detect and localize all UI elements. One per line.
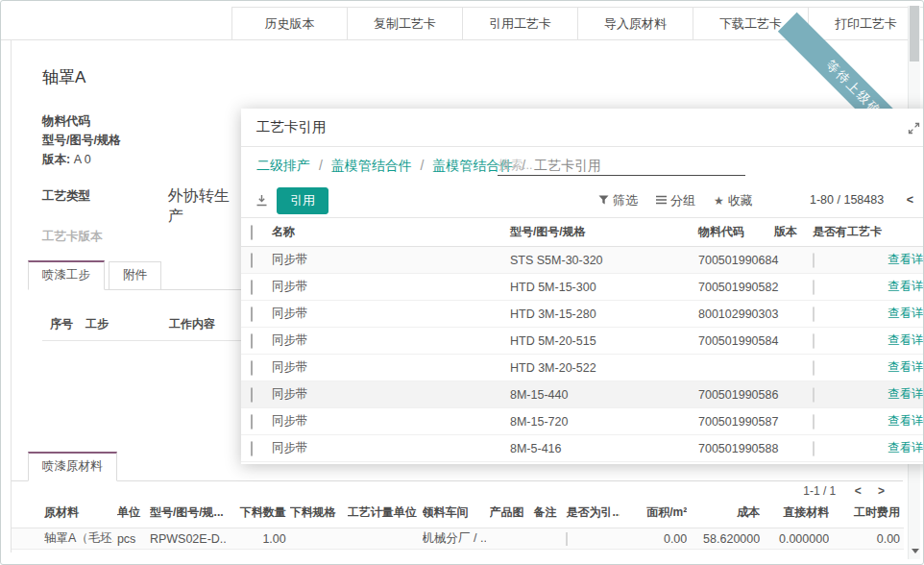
- row-checkbox[interactable]: [251, 253, 253, 268]
- view-detail-link[interactable]: 查看详情: [888, 440, 924, 456]
- breadcrumb-item[interactable]: 盖模管结合件: [331, 158, 412, 173]
- materials-next-page-button[interactable]: >: [878, 484, 885, 498]
- tab-attachments[interactable]: 附件: [109, 261, 161, 289]
- mat-col-note: 备注: [533, 504, 562, 521]
- search-input[interactable]: [498, 155, 745, 176]
- view-detail-link[interactable]: 查看详情: [888, 306, 924, 322]
- group-by-menu[interactable]: 分组: [656, 192, 695, 209]
- reference-button[interactable]: 引用: [277, 187, 328, 214]
- row-checkbox[interactable]: [251, 333, 253, 349]
- has-card-checkbox: [813, 307, 815, 322]
- has-card-checkbox: [813, 414, 815, 430]
- steps-table-header: 序号 工步 工作内容: [42, 316, 241, 341]
- has-card-checkbox: [813, 387, 815, 403]
- cell-spec: HTD 5M-15-300: [510, 281, 698, 294]
- materials-prev-page-button[interactable]: <: [855, 484, 862, 498]
- app-window: 历史版本 复制工艺卡 引用工艺卡 导入原材料 下载工艺卡 打印工艺卡 等待上级确…: [0, 0, 924, 565]
- dialog-pagination: 1-80 / 158483 < >: [810, 193, 924, 207]
- table-row[interactable]: 同步带 8M-15-720 700501990587 查看详情: [241, 408, 924, 435]
- table-row[interactable]: 同步带 HTD 5M-15-300 700501990582 查看详情: [241, 274, 924, 301]
- row-checkbox[interactable]: [251, 387, 253, 403]
- table-row[interactable]: 同步带 8M-5-416 700501990588 查看详情: [241, 435, 924, 462]
- version-label: 版本:: [42, 153, 70, 166]
- page-title: 轴罩A: [42, 66, 241, 88]
- view-detail-link[interactable]: 查看详情: [888, 413, 924, 430]
- scroll-down-arrow-icon[interactable]: [912, 549, 919, 553]
- cell-code: 700501990684: [698, 254, 774, 267]
- toolbar-button-reference-card[interactable]: 引用工艺卡: [462, 7, 577, 39]
- mat-col-proc-unit: 工艺计量单位: [348, 504, 419, 521]
- materials-page-range: 1-1 / 1: [803, 484, 836, 498]
- view-detail-link[interactable]: 查看详情: [888, 252, 924, 268]
- spec-label: 型号/图号/规格: [42, 131, 241, 150]
- table-row[interactable]: 同步带 STS S5M-30-320 700501990684 查看详情: [241, 247, 924, 274]
- prev-page-button[interactable]: <: [907, 193, 913, 207]
- mat-col-unit: 单位: [117, 504, 146, 521]
- group-bars-icon: [656, 194, 667, 208]
- row-checkbox[interactable]: [251, 307, 253, 322]
- mat-col-is-ref: 是否为引...: [566, 504, 620, 521]
- mat-col-spec: 型号/图号/规...: [150, 504, 227, 521]
- row-checkbox-cell: [251, 361, 272, 375]
- table-row[interactable]: 同步带 HTD 3M-15-280 800102990303 查看详情: [241, 301, 924, 328]
- is-ref-checkbox[interactable]: [566, 532, 568, 546]
- row-checkbox-cell: [251, 254, 272, 267]
- cell-code: 700501990584: [698, 334, 774, 348]
- row-checkbox[interactable]: [251, 441, 253, 456]
- mat-cell-cost: 58.620000: [691, 532, 760, 546]
- process-type-value: 外协转生产: [168, 186, 241, 227]
- row-checkbox-cell: [251, 334, 272, 348]
- has-card-checkbox: [813, 360, 815, 376]
- dialog-action-row: 引用 筛选 分组 ★ 收藏: [241, 185, 924, 217]
- select-all-cell: [251, 226, 272, 239]
- filter-funnel-icon: [598, 194, 609, 208]
- material-code-label: 物料代码: [42, 111, 241, 131]
- toolbar-button-history-version[interactable]: 历史版本: [231, 7, 347, 39]
- scrollbar-thumb[interactable]: [910, 6, 919, 61]
- materials-table-header: 原材料 单位 型号/图号/规... 下料数量 下料规格 工艺计量单位 领料车间 …: [12, 504, 904, 528]
- toolbar-button-import-materials[interactable]: 导入原材料: [577, 7, 693, 39]
- cell-code: 700501990588: [698, 442, 774, 455]
- breadcrumb-item[interactable]: 二级排产: [256, 158, 310, 173]
- row-checkbox[interactable]: [251, 280, 253, 295]
- star-icon: ★: [714, 194, 724, 208]
- favorites-label: 收藏: [728, 192, 753, 209]
- view-detail-link[interactable]: 查看详情: [888, 332, 924, 349]
- row-checkbox[interactable]: [251, 414, 253, 430]
- favorites-menu[interactable]: ★ 收藏: [714, 192, 753, 209]
- mat-cell-spec: RPWS02E-D...: [150, 532, 227, 546]
- row-checkbox-cell: [251, 442, 272, 455]
- cell-name: 同步带: [272, 252, 510, 268]
- dialog-control-row: 二级排产 / 盖模管结合件 / 盖模管结合件 / 工艺卡引用: [241, 147, 924, 185]
- mat-col-cut-spec: 下料规格: [290, 504, 344, 521]
- expand-icon[interactable]: [908, 121, 920, 138]
- breadcrumb-separator: /: [421, 158, 425, 173]
- download-icon[interactable]: [255, 193, 268, 210]
- view-detail-link[interactable]: 查看详情: [888, 359, 924, 376]
- row-checkbox[interactable]: [251, 360, 253, 376]
- tab-paint-steps[interactable]: 喷漆工步: [28, 260, 105, 290]
- toolbar-button-print-card[interactable]: 打印工艺卡: [808, 7, 923, 39]
- col-version: 版本: [774, 224, 813, 240]
- cell-has-card: [813, 361, 888, 375]
- mat-col-workshop: 领料车间: [423, 504, 486, 521]
- tab-paint-materials[interactable]: 喷漆原材料: [28, 452, 117, 481]
- mat-cell-is-ref: [566, 532, 620, 546]
- search-options: 筛选 分组 ★ 收藏: [598, 192, 753, 209]
- breadcrumb-separator: /: [319, 158, 323, 173]
- cell-name: 同步带: [272, 306, 510, 322]
- cell-name: 同步带: [272, 440, 510, 456]
- table-row[interactable]: 同步带 HTD 3M-20-522 查看详情: [241, 355, 924, 381]
- dialog-header: 工艺卡引用: [241, 109, 924, 147]
- cell-code: 700501990586: [698, 388, 774, 402]
- select-all-checkbox[interactable]: [251, 225, 253, 240]
- view-detail-link[interactable]: 查看详情: [888, 279, 924, 295]
- materials-table: 原材料 单位 型号/图号/规... 下料数量 下料规格 工艺计量单位 领料车间 …: [12, 504, 904, 550]
- toolbar-button-copy-card[interactable]: 复制工艺卡: [347, 7, 462, 39]
- col-code: 物料代码: [698, 224, 774, 240]
- table-row[interactable]: 同步带 HTD 5M-20-515 700501990584 查看详情: [241, 328, 924, 355]
- view-detail-link[interactable]: 查看详情: [888, 386, 924, 403]
- table-row[interactable]: 同步带 8M-15-440 700501990586 查看详情: [241, 381, 924, 408]
- materials-table-row[interactable]: 轴罩A（毛坯... pcs RPWS02E-D... 1.00 机械分厂 / .…: [12, 528, 904, 550]
- filter-menu[interactable]: 筛选: [598, 192, 638, 209]
